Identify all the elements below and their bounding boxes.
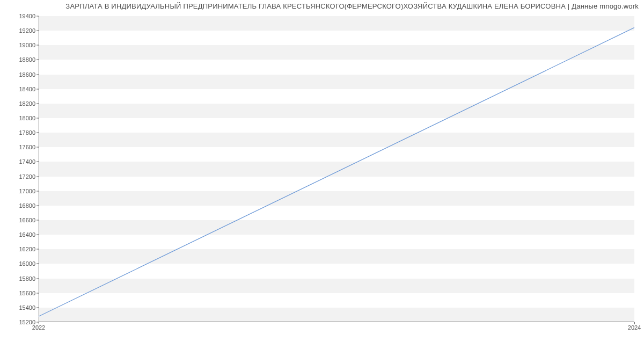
y-tick-mark (36, 74, 39, 75)
y-tick-label: 16000 (3, 260, 35, 267)
line-series-svg (39, 16, 634, 322)
x-tick-mark (634, 322, 635, 324)
x-tick-mark (39, 322, 39, 324)
y-tick-mark (36, 264, 39, 264)
plot-inner (39, 16, 634, 322)
y-tick-label: 16200 (3, 246, 35, 252)
x-tick-label: 2024 (628, 324, 641, 331)
y-tick-mark (36, 162, 39, 162)
y-tick-mark (36, 293, 39, 293)
x-tick-label: 2022 (32, 324, 45, 331)
y-tick-mark (36, 60, 39, 60)
y-tick-label: 18000 (3, 115, 35, 121)
y-tick-mark (36, 278, 39, 279)
y-tick-mark (36, 133, 39, 133)
y-tick-label: 17000 (3, 188, 35, 194)
y-tick-label: 19400 (3, 13, 35, 19)
chart-title: ЗАРПЛАТА В ИНДИВИДУАЛЬНЫЙ ПРЕДПРИНИМАТЕЛ… (65, 2, 639, 10)
y-tick-mark (36, 31, 39, 31)
y-tick-label: 18800 (3, 56, 35, 63)
y-tick-label: 15400 (3, 304, 35, 311)
y-tick-label: 15600 (3, 290, 35, 296)
y-tick-mark (36, 220, 39, 221)
y-tick-mark (36, 118, 39, 119)
chart-container: ЗАРПЛАТА В ИНДИВИДУАЛЬНЫЙ ПРЕДПРИНИМАТЕЛ… (0, 0, 644, 349)
series-line (39, 27, 634, 316)
y-tick-label: 15200 (3, 319, 35, 325)
y-tick-label: 19200 (3, 27, 35, 34)
y-tick-mark (36, 103, 39, 104)
y-tick-mark (36, 45, 39, 46)
y-tick-label: 17400 (3, 158, 35, 165)
y-tick-mark (36, 147, 39, 148)
y-tick-mark (36, 176, 39, 177)
y-tick-mark (36, 191, 39, 191)
y-tick-label: 17200 (3, 173, 35, 180)
y-tick-label: 18400 (3, 86, 35, 92)
y-tick-label: 18600 (3, 71, 35, 78)
y-tick-label: 17600 (3, 144, 35, 150)
y-tick-label: 16400 (3, 231, 35, 238)
y-tick-label: 15800 (3, 275, 35, 282)
y-tick-label: 18200 (3, 100, 35, 107)
y-tick-label: 19000 (3, 42, 35, 48)
y-tick-mark (36, 249, 39, 250)
y-tick-label: 17800 (3, 129, 35, 136)
y-tick-label: 16800 (3, 202, 35, 209)
y-tick-mark (36, 89, 39, 89)
y-tick-label: 16600 (3, 217, 35, 223)
plot-area (39, 16, 634, 322)
y-tick-mark (36, 307, 39, 308)
y-tick-mark (36, 16, 39, 17)
y-tick-mark (36, 205, 39, 206)
y-tick-mark (36, 235, 39, 235)
